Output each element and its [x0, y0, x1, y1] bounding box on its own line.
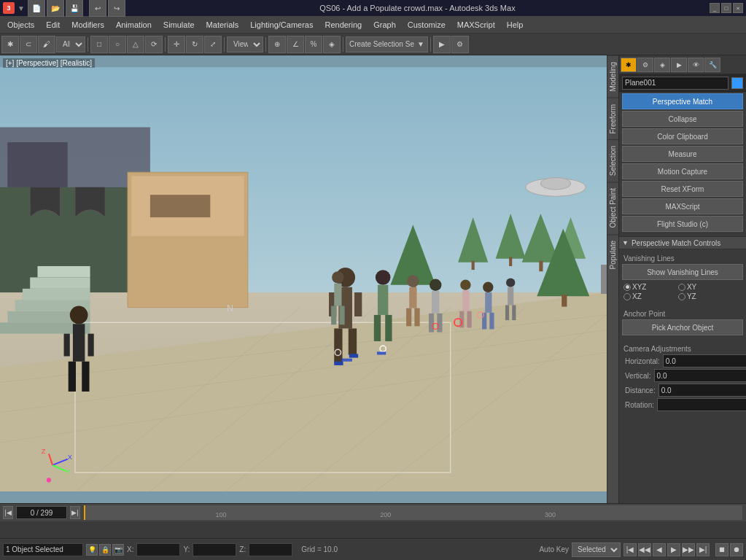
- tab-freeform[interactable]: Freeform: [607, 98, 618, 140]
- rotation-input[interactable]: [657, 398, 746, 411]
- play-next[interactable]: ▶▶: [682, 543, 695, 556]
- select-tool[interactable]: ✱: [1, 36, 19, 53]
- vertical-input[interactable]: [654, 369, 746, 382]
- play-start[interactable]: |◀: [623, 543, 637, 556]
- playback-btn[interactable]: ▶: [433, 36, 451, 53]
- radio-xz[interactable]: XZ: [623, 292, 677, 300]
- lasso-select[interactable]: ⟳: [145, 36, 163, 53]
- anim-btn2[interactable]: ⏺: [730, 543, 743, 556]
- selected-dropdown[interactable]: Selected: [572, 542, 621, 557]
- measure-btn[interactable]: Measure: [622, 146, 743, 162]
- tab-populate[interactable]: Populate: [607, 234, 618, 275]
- radio-xy[interactable]: XY: [678, 283, 731, 291]
- minimize-btn[interactable]: _: [710, 3, 720, 13]
- config-btn[interactable]: ⚙: [451, 36, 469, 53]
- menu-materials[interactable]: Materials: [201, 16, 245, 33]
- play-prev[interactable]: ◀◀: [638, 543, 651, 556]
- new-btn[interactable]: 📄: [28, 0, 45, 17]
- rotate-tool[interactable]: ↻: [186, 36, 203, 53]
- spinner-snap[interactable]: ◈: [323, 36, 341, 53]
- maxscript-btn[interactable]: MAXScript: [622, 198, 743, 214]
- panel-icon-motion[interactable]: ▶: [671, 58, 687, 72]
- panel-icon-modify[interactable]: ⚙: [637, 58, 653, 72]
- close-btn[interactable]: ×: [733, 3, 743, 13]
- svg-rect-40: [69, 362, 76, 392]
- horizontal-label: Horizontal:: [625, 357, 660, 365]
- menu-graph[interactable]: Graph: [368, 16, 402, 33]
- menu-lighting[interactable]: Lighting/Cameras: [244, 16, 319, 33]
- view-dropdown[interactable]: View: [227, 36, 263, 52]
- paint-tool[interactable]: 🖌: [38, 36, 55, 53]
- z-value[interactable]: [249, 543, 292, 556]
- snap-toggle[interactable]: ⊕: [268, 36, 286, 53]
- camera-icon[interactable]: 📷: [112, 544, 124, 556]
- x-value[interactable]: [136, 543, 180, 556]
- radio-yz[interactable]: YZ: [678, 292, 731, 300]
- light-icon[interactable]: 💡: [86, 544, 98, 556]
- scale-tool[interactable]: ⤢: [204, 36, 222, 53]
- panel-icon-hierarchy[interactable]: ◈: [654, 58, 670, 72]
- filter-dropdown[interactable]: All: [56, 36, 85, 52]
- tab-object-paint[interactable]: Object Paint: [607, 182, 618, 233]
- menu-objects[interactable]: Objects: [1, 16, 40, 33]
- viewport[interactable]: [+] [Perspective] [Realistic]: [0, 55, 607, 503]
- play-fwd[interactable]: ▶: [667, 543, 680, 556]
- frame-display[interactable]: [16, 506, 67, 519]
- panel-icon-create[interactable]: ✱: [621, 58, 637, 72]
- scroll-indicator[interactable]: [601, 265, 607, 294]
- menu-maxscript[interactable]: MAXScript: [451, 16, 501, 33]
- perspective-match-btn[interactable]: Perspective Match: [622, 93, 743, 109]
- menu-animation[interactable]: Animation: [110, 16, 158, 33]
- horizontal-input[interactable]: [663, 354, 746, 368]
- reset-xform-btn[interactable]: Reset XForm: [622, 181, 743, 197]
- panel-icon-display[interactable]: 👁: [688, 58, 704, 72]
- svg-rect-46: [334, 328, 342, 362]
- redo-btn[interactable]: ↪: [108, 0, 125, 17]
- menu-customize[interactable]: Customize: [402, 16, 451, 33]
- window-controls: _ □ ×: [710, 3, 743, 13]
- color-clipboard-btn[interactable]: Color Clipboard: [622, 128, 743, 144]
- svg-rect-49: [354, 292, 362, 316]
- percent-snap[interactable]: %: [305, 36, 322, 53]
- play-end[interactable]: ▶|: [696, 543, 710, 556]
- lasso-tool[interactable]: ⊂: [20, 36, 37, 53]
- y-value[interactable]: [193, 543, 236, 556]
- play-back[interactable]: ◀: [653, 543, 666, 556]
- distance-input[interactable]: [658, 384, 746, 397]
- rect-select[interactable]: □: [90, 36, 108, 53]
- undo-btn[interactable]: ↩: [89, 0, 106, 17]
- save-btn[interactable]: 💾: [66, 0, 83, 17]
- lock-icon[interactable]: 🔒: [99, 544, 111, 556]
- motion-capture-btn[interactable]: Motion Capture: [622, 163, 743, 179]
- tab-selection[interactable]: Selection: [607, 139, 618, 182]
- svg-rect-57: [334, 284, 341, 306]
- fence-select[interactable]: △: [127, 36, 144, 53]
- anim-btn1[interactable]: ⏹: [715, 543, 728, 556]
- object-color-swatch[interactable]: [731, 77, 743, 89]
- menu-simulate[interactable]: Simulate: [158, 16, 201, 33]
- pick-anchor-btn[interactable]: Pick Anchor Object: [622, 319, 743, 335]
- menu-edit[interactable]: Edit: [40, 16, 66, 33]
- frame-track[interactable]: 100 200 300: [83, 505, 743, 521]
- move-tool[interactable]: ✛: [168, 36, 185, 53]
- show-vanishing-lines-btn[interactable]: Show Vanishing Lines: [622, 264, 743, 280]
- sep6: [430, 37, 431, 52]
- menu-help[interactable]: Help: [501, 16, 529, 33]
- maximize-btn[interactable]: □: [721, 3, 731, 13]
- tl-end[interactable]: ▶|: [70, 506, 80, 519]
- panel-icon-utilities[interactable]: 🔧: [704, 58, 720, 72]
- svg-rect-7: [150, 195, 210, 217]
- object-name-input[interactable]: Plane001: [622, 77, 728, 90]
- collapse-btn[interactable]: Collapse: [622, 111, 743, 127]
- tl-start[interactable]: |◀: [3, 506, 13, 519]
- angle-snap[interactable]: ∠: [287, 36, 304, 53]
- menu-modifiers[interactable]: Modifiers: [66, 16, 110, 33]
- perspective-controls-header[interactable]: ▼ Perspective Match Controls: [619, 236, 746, 249]
- create-selection-set[interactable]: Create Selection Se ▼: [346, 36, 428, 52]
- radio-xyz[interactable]: XYZ: [623, 283, 677, 291]
- open-btn[interactable]: 📂: [47, 0, 64, 17]
- menu-rendering[interactable]: Rendering: [319, 16, 368, 33]
- flight-studio-btn[interactable]: Flight Studio (c): [622, 216, 743, 232]
- circ-select[interactable]: ○: [109, 36, 126, 53]
- tab-modeling[interactable]: Modeling: [607, 55, 618, 98]
